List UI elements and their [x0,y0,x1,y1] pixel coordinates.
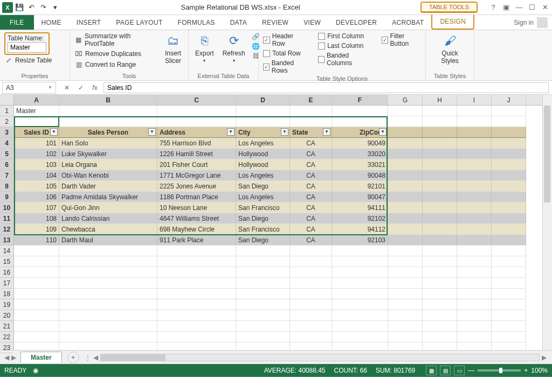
cell[interactable] [236,267,290,278]
cell[interactable]: 103 [14,159,59,170]
cell[interactable] [236,342,290,350]
cell[interactable] [423,213,457,224]
cell[interactable]: Lando Calrissian [59,213,157,224]
cell[interactable] [236,256,290,267]
cell[interactable] [157,332,236,342]
cell[interactable] [14,342,59,350]
cell[interactable] [492,138,526,149]
cell[interactable] [457,235,492,246]
cell[interactable] [332,246,388,256]
row-header[interactable]: 1 [0,106,13,116]
cell[interactable] [457,224,492,235]
row-header[interactable]: 4 [0,138,13,149]
cell[interactable] [332,332,388,342]
cell[interactable] [59,116,157,127]
cell[interactable] [290,278,332,289]
cell[interactable]: 4647 Williams Street [157,213,236,224]
row-header[interactable]: 20 [0,310,13,321]
cell[interactable] [388,235,423,246]
row-header[interactable]: 19 [0,299,13,310]
cell[interactable] [388,116,423,127]
row-header[interactable]: 18 [0,289,13,299]
remove-duplicates-button[interactable]: ⌧Remove Duplicates [74,50,158,58]
cell[interactable] [457,170,492,181]
cell[interactable] [423,202,457,213]
ribbon-options-icon[interactable]: ▣ [501,3,511,12]
tab-insert[interactable]: INSERT [69,15,109,30]
cell[interactable] [423,235,457,246]
resize-table-button[interactable]: ⤢Resize Table [4,56,52,65]
cell[interactable] [236,332,290,342]
row-header[interactable]: 3 [0,127,13,138]
row-header[interactable]: 11 [0,213,13,224]
horizontal-scrollbar[interactable] [100,354,540,361]
cell[interactable]: 1226 Hamill Street [157,149,236,159]
cell[interactable] [492,278,526,289]
column-header[interactable]: A [14,95,59,105]
cell[interactable] [423,149,457,159]
cell[interactable] [388,181,423,192]
cell[interactable]: Master [14,106,59,116]
row-header[interactable]: 8 [0,181,13,192]
cell[interactable]: Chewbacca [59,224,157,235]
cell[interactable] [492,202,526,213]
sheet-nav-next-icon[interactable]: ▶ [11,354,16,361]
cell[interactable]: 94112 [332,224,388,235]
cell[interactable]: 92101 [332,181,388,192]
row-header[interactable]: 23 [0,342,13,353]
cell[interactable] [388,299,423,310]
cell[interactable] [457,246,492,256]
cell[interactable]: 92103 [332,235,388,246]
cell[interactable] [14,278,59,289]
cell[interactable] [388,159,423,170]
view-normal-icon[interactable]: ▦ [426,366,437,375]
quick-styles-button[interactable]: 🖌Quick Styles [439,32,461,66]
cell[interactable]: 201 Fisher Court [157,159,236,170]
cell[interactable] [423,181,457,192]
column-header[interactable]: F [332,95,388,105]
cell[interactable] [236,106,290,116]
hscroll-left-icon[interactable]: ◀ [93,354,98,361]
cell[interactable] [332,106,388,116]
cell[interactable] [332,116,388,127]
cell[interactable]: 101 [14,138,59,149]
cell[interactable]: CA [290,181,332,192]
cell[interactable] [492,321,526,332]
row-header[interactable]: 14 [0,246,13,256]
insert-slicer-button[interactable]: 🗂Insert Slicer [162,32,184,66]
row-header[interactable]: 15 [0,256,13,267]
cell[interactable] [423,256,457,267]
cell[interactable]: 755 Harrison Blvd [157,138,236,149]
cell[interactable] [388,192,423,202]
cell[interactable] [59,267,157,278]
cell[interactable] [492,299,526,310]
cell[interactable] [457,138,492,149]
minimize-icon[interactable]: — [514,3,524,12]
table-name-input[interactable] [8,42,46,53]
cell[interactable] [492,116,526,127]
cell[interactable] [492,181,526,192]
cell[interactable] [457,299,492,310]
cell[interactable] [388,213,423,224]
cell[interactable] [332,267,388,278]
cell[interactable]: 911 Park Place [157,235,236,246]
tab-acrobat[interactable]: Acrobat [384,15,431,30]
cell[interactable] [423,246,457,256]
cell[interactable] [157,106,236,116]
cell[interactable] [236,299,290,310]
first-column-check[interactable]: First Column [318,32,371,40]
hscroll-right-icon[interactable]: ▶ [542,354,547,361]
cell[interactable] [332,342,388,350]
cell[interactable] [423,127,457,138]
cell[interactable] [388,342,423,350]
cell[interactable] [423,106,457,116]
sheet-tab-active[interactable]: Master [20,352,62,363]
cell[interactable]: San Francisco [236,202,290,213]
cell[interactable]: San Diego [236,181,290,192]
cell[interactable] [332,289,388,299]
formula-input[interactable] [104,82,549,93]
last-column-check[interactable]: Last Column [318,42,371,50]
banded-rows-check[interactable]: ✓Banded Rows [263,59,307,74]
cell[interactable] [332,299,388,310]
cell[interactable]: CA [290,192,332,202]
